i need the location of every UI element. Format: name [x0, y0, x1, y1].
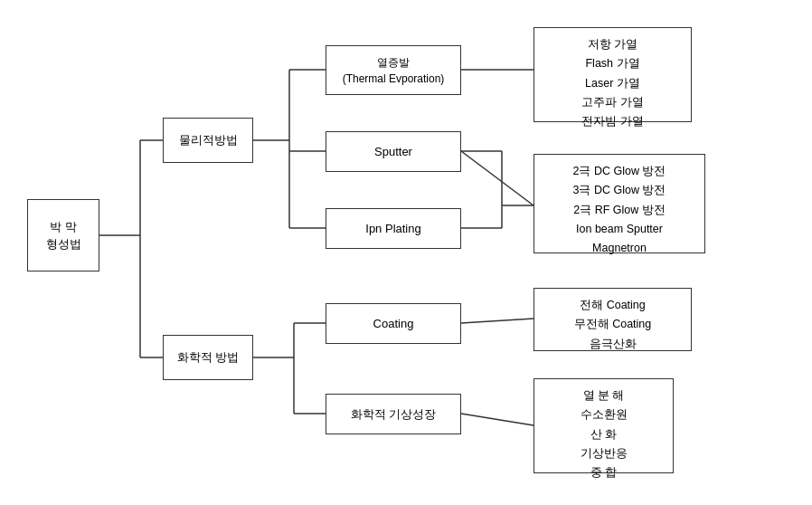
- svg-line-19: [461, 319, 533, 323]
- sputter-box: Sputter: [326, 131, 461, 172]
- coating-box: Coating: [326, 303, 461, 344]
- diagram-container: 박 막 형성법 물리적방법 화학적 방법 열증발 (Thermal Evpora…: [0, 0, 812, 505]
- thermal-list-box: 저항 가열 Flash 가열 Laser 가열 고주파 가열 전자빔 가열: [533, 27, 692, 122]
- root-box: 박 막 형성법: [27, 199, 99, 272]
- coating-list-box: 전해 Coating 무전해 Coating 음극산화: [533, 288, 692, 351]
- sputter-list-box: 2극 DC Glow 방전 3극 DC Glow 방전 2극 RF Glow 방…: [533, 154, 705, 253]
- svg-line-20: [461, 414, 533, 425]
- svg-line-14: [461, 151, 533, 205]
- cvd-list-box: 열 분 해 수소환원 산 화 기상반응 중 합: [533, 378, 674, 473]
- thermal-evaporation-box: 열증발 (Thermal Evporation): [326, 45, 461, 95]
- chemical-method-box: 화학적 방법: [163, 335, 253, 380]
- ion-plating-box: Ipn Plating: [326, 208, 461, 249]
- cvd-box: 화학적 기상성장: [326, 394, 461, 434]
- physical-method-box: 물리적방법: [163, 118, 253, 163]
